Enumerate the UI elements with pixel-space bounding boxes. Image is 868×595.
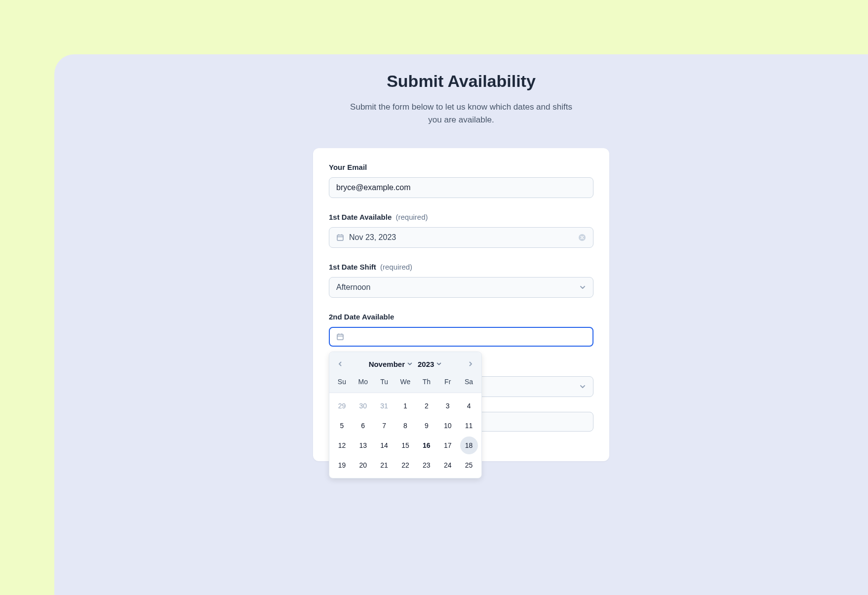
- calendar-day[interactable]: 18: [460, 436, 478, 454]
- calendar-day[interactable]: 3: [439, 397, 457, 415]
- calendar-day[interactable]: 19: [333, 456, 351, 474]
- calendar-day[interactable]: 23: [418, 456, 435, 474]
- calendar-icon: [336, 333, 344, 341]
- calendar-month-select[interactable]: November: [369, 360, 413, 368]
- calendar-day[interactable]: 5: [333, 417, 351, 435]
- calendar-weekday: Fr: [437, 376, 458, 388]
- svg-rect-5: [337, 334, 343, 340]
- date2-label: 2nd Date Available: [329, 313, 593, 321]
- calendar-weekday: We: [395, 376, 416, 388]
- calendar-days-grid: 2930311234567891011121314151617181920212…: [329, 393, 481, 478]
- calendar-day[interactable]: 11: [460, 417, 478, 435]
- calendar-month-year: November 2023: [369, 360, 442, 368]
- calendar-weekday: Tu: [374, 376, 395, 388]
- email-label: Your Email: [329, 163, 593, 171]
- date1-label-text: 1st Date Available: [329, 213, 392, 221]
- calendar-day[interactable]: 16: [418, 436, 435, 454]
- page-title: Submit Availability: [313, 72, 609, 91]
- calendar-day[interactable]: 24: [439, 456, 457, 474]
- content-wrapper: Submit Availability Submit the form belo…: [313, 72, 609, 461]
- calendar-day[interactable]: 1: [396, 397, 414, 415]
- date1-input[interactable]: Nov 23, 2023: [329, 227, 593, 248]
- chevron-down-icon: [579, 383, 586, 390]
- calendar-next-button[interactable]: [466, 359, 475, 369]
- calendar-weekdays: SuMoTuWeThFrSa: [329, 376, 481, 393]
- date1-value: Nov 23, 2023: [349, 233, 578, 242]
- shift1-value: Afternoon: [336, 283, 579, 292]
- chevron-down-icon: [579, 284, 586, 291]
- calendar-weekday: Sa: [458, 376, 479, 388]
- calendar-day[interactable]: 13: [354, 436, 372, 454]
- clear-icon[interactable]: [578, 234, 586, 241]
- calendar-day[interactable]: 15: [396, 436, 414, 454]
- svg-rect-0: [337, 235, 343, 240]
- form-card: Your Email 1st Date Available (required): [313, 148, 609, 461]
- calendar-day[interactable]: 25: [460, 456, 478, 474]
- calendar-weekday: Th: [416, 376, 437, 388]
- calendar-weekday: Su: [331, 376, 353, 388]
- calendar-weekday: Mo: [353, 376, 374, 388]
- calendar-icon: [336, 234, 344, 241]
- shift1-label-text: 1st Date Shift: [329, 263, 376, 271]
- shift1-form-group: 1st Date Shift (required) Afternoon: [329, 263, 593, 298]
- date1-required-hint: (required): [395, 213, 428, 221]
- calendar-day[interactable]: 10: [439, 417, 457, 435]
- calendar-day[interactable]: 31: [375, 397, 393, 415]
- calendar-day[interactable]: 29: [333, 397, 351, 415]
- calendar-day[interactable]: 20: [354, 456, 372, 474]
- calendar-prev-button[interactable]: [335, 359, 345, 369]
- calendar-day[interactable]: 22: [396, 456, 414, 474]
- calendar-day[interactable]: 6: [354, 417, 372, 435]
- calendar-day[interactable]: 9: [418, 417, 435, 435]
- shift1-select[interactable]: Afternoon: [329, 277, 593, 298]
- calendar-year-label: 2023: [418, 360, 434, 368]
- calendar-day[interactable]: 7: [375, 417, 393, 435]
- calendar-day[interactable]: 17: [439, 436, 457, 454]
- page-subtitle: Submit the form below to let us know whi…: [343, 101, 580, 126]
- calendar-popup: November 2023: [329, 352, 482, 478]
- calendar-month-label: November: [369, 360, 405, 368]
- email-form-group: Your Email: [329, 163, 593, 198]
- shift1-required-hint: (required): [380, 263, 412, 271]
- date1-label: 1st Date Available (required): [329, 213, 593, 221]
- date2-input[interactable]: [329, 327, 593, 347]
- calendar-day[interactable]: 2: [418, 397, 435, 415]
- calendar-day[interactable]: 8: [396, 417, 414, 435]
- calendar-day[interactable]: 14: [375, 436, 393, 454]
- calendar-day[interactable]: 12: [333, 436, 351, 454]
- date2-form-group: 2nd Date Available: [329, 313, 593, 347]
- calendar-header: November 2023: [329, 352, 481, 376]
- calendar-year-select[interactable]: 2023: [418, 360, 442, 368]
- shift1-label: 1st Date Shift (required): [329, 263, 593, 271]
- email-input[interactable]: [329, 177, 593, 198]
- calendar-day[interactable]: 30: [354, 397, 372, 415]
- date1-form-group: 1st Date Available (required) Nov 23, 20…: [329, 213, 593, 248]
- calendar-day[interactable]: 4: [460, 397, 478, 415]
- calendar-day[interactable]: 21: [375, 456, 393, 474]
- page-container: Submit Availability Submit the form belo…: [54, 54, 868, 595]
